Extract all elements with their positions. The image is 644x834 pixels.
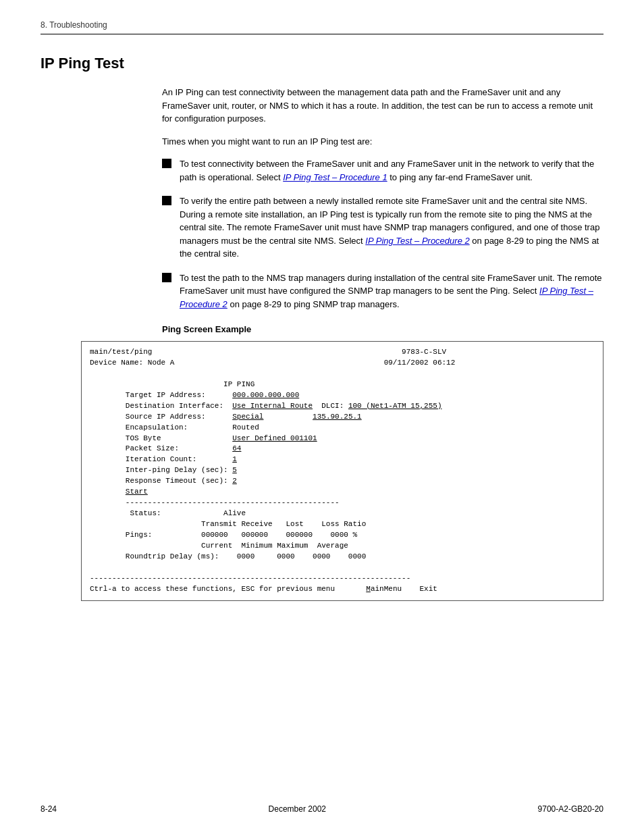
footer-right: 9700-A2-GB20-20 [538,804,603,814]
terminal-ip-ping-title: IP PING [90,380,254,388]
terminal-line2-left: Device Name: Node A 09/11/2002 06:12 [90,359,455,367]
terminal-row-dest: Destination Interface: Use Internal Rout… [90,402,442,410]
terminal-row-roundtrip: Roundtrip Delay (ms): 0000 0000 0000 000… [90,552,366,561]
link-procedure-1[interactable]: IP Ping Test – Procedure 1 [283,172,387,182]
terminal-row-packet: Packet Size: 64 [90,444,241,452]
bullet-icon [162,196,171,205]
footer-center: December 2002 [269,804,326,814]
terminal-line1-left: main/test/ping 9783-C-SLV [90,348,446,356]
terminal-row-encap: Encapsulation: Routed [90,423,259,432]
terminal-bottom-text: Ctrl-a to access these functions, ESC fo… [90,585,437,593]
page-header: 8. Troubleshooting [41,20,603,34]
terminal-row-start: Start [90,488,148,496]
ping-screen-heading: Ping Screen Example [162,324,603,334]
list-item: To verify the entire path between a newl… [162,194,603,261]
terminal-row-timeout: Response Timeout (sec): 2 [90,477,237,485]
terminal-row-pings: Pings: 000000 000000 000000 0000 % [90,531,357,539]
page-title: IP Ping Test [41,55,603,72]
terminal-row-headers2: Current Minimum Maximum Average [90,542,348,550]
terminal-row-interping: Inter-ping Delay (sec): 5 [90,466,237,474]
bullet-text-3: To test the path to the NMS trap manager… [180,271,603,311]
terminal-row-source: Source IP Address: Special 135.90.25.1 [90,413,362,421]
terminal-row-status: Status: Alive [90,509,246,517]
terminal-bottom-separator: ----------------------------------------… [90,574,410,582]
bullet-1-after: to ping any far-end FrameSaver unit. [387,172,533,182]
bullet-text-2: To verify the entire path between a newl… [180,194,603,261]
terminal-row-iter: Iteration Count: 1 [90,455,237,463]
terminal-row-tos: TOS Byte User Defined 001101 [90,434,317,442]
terminal-screen: main/test/ping 9783-C-SLV Device Name: N… [81,341,603,601]
intro-paragraph-2: Times when you might want to run an IP P… [162,135,603,149]
terminal-separator1: ----------------------------------------… [90,498,340,506]
list-item: To test the path to the NMS trap manager… [162,271,603,311]
terminal-row-target: Target IP Address: 000.000.000.000 [90,391,299,399]
header-text: 8. Troubleshooting [41,20,107,30]
page: 8. Troubleshooting IP Ping Test An IP Pi… [0,0,644,834]
link-procedure-2a[interactable]: IP Ping Test – Procedure 2 [365,236,469,246]
bullet-3-after: on page 8-29 to ping SNMP trap managers. [227,299,400,309]
bullet-icon [162,159,171,168]
terminal-row-headers1: Transmit Receive Lost Loss Ratio [90,520,366,528]
bullet-list: To test connectivity between the FrameSa… [162,157,603,311]
bullet-3-before: To test the path to the NMS trap manager… [180,273,602,296]
list-item: To test connectivity between the FrameSa… [162,157,603,184]
page-footer: 8-24 December 2002 9700-A2-GB20-20 [41,804,603,814]
bullet-text-1: To test connectivity between the FrameSa… [180,157,603,184]
intro-paragraph-1: An IP Ping can test connectivity between… [162,86,603,126]
bullet-icon [162,273,171,282]
footer-left: 8-24 [41,804,57,814]
